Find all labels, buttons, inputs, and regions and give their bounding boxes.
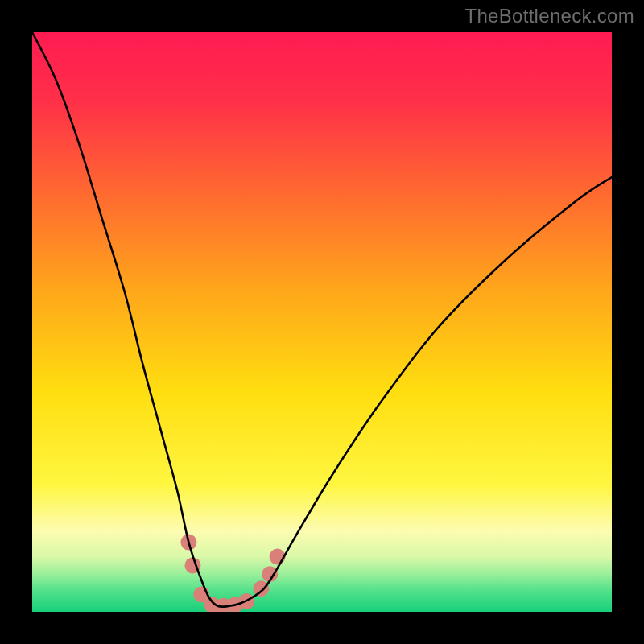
markers-group bbox=[180, 535, 285, 612]
watermark-text: TheBottleneck.com bbox=[464, 5, 634, 27]
plot-area bbox=[32, 32, 612, 612]
chart-frame: TheBottleneck.com bbox=[0, 0, 644, 644]
bottleneck-curve bbox=[32, 32, 612, 607]
chart-svg bbox=[32, 32, 612, 612]
